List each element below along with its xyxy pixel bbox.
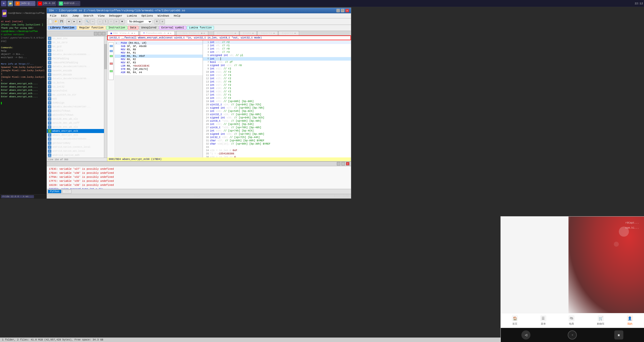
refresh-button[interactable]: ↺ [160,19,165,24]
maximize-button[interactable]: □ [341,9,344,12]
list-item[interactable]: fdatadiv_decode74391220705... [47,77,104,81]
code-row-selected[interactable]: AND R8, R1, #0xF [115,55,203,58]
tab-pseudo-close[interactable]: ✕ [170,32,171,35]
frida-badge[interactable]: Frida 12.8.0 - A wo... [1,195,34,198]
menu-help[interactable]: Help [172,14,182,18]
step-out-button[interactable]: ↑ [109,19,114,24]
type-external[interactable]: External symbol [159,26,186,30]
android-taskbar-item[interactable]: A Android... [57,1,80,6]
tab-pseudo-settings[interactable]: ⚙ [168,32,169,35]
search-button[interactable]: 🔍 [85,19,90,24]
open-button[interactable]: 📂 [53,19,58,24]
output-content[interactable]: 17E3C: variable 'v27' is possibly undefi… [47,166,351,189]
new-button[interactable]: 📄 [48,19,53,24]
list-item-selected[interactable]: fwbaes_encrypt_ecb [47,129,104,133]
file-manager-icon[interactable]: 📁 [8,1,13,6]
code-row[interactable]: LDR R0, =0xA3C33E4C [115,64,203,68]
panel-maximize-btn[interactable]: □ [98,32,101,35]
nav-cart[interactable]: 🛒 购物车 [597,315,604,326]
panel-minimize-btn[interactable]: _ [94,32,97,35]
list-item[interactable]: fdatadiv_decode11914690886... [47,53,104,57]
list-item[interactable]: fdatadiv_decode17451907287... [47,105,104,109]
hex-button[interactable]: H [154,19,159,24]
start-icon[interactable]: ⊞ [1,1,7,6]
list-item[interactable]: fwbaes_decrypt_ecb [47,133,104,137]
step-into-button[interactable]: ↓ [97,19,102,24]
ida-code-scroll[interactable]: ▸PUSH {R4-R11, LR} SUB SP, SP, #0x88 MOV… [115,40,203,157]
idc-tab[interactable]: IDC [62,190,71,193]
tab-hex-view[interactable]: ⬡ Hex View-1 ⚙ ✕ [176,31,208,35]
save-button[interactable]: 💾 [59,19,64,24]
output-expand-btn[interactable]: □ [341,162,345,165]
tab-imports[interactable]: Imports ✕ [257,31,278,35]
close-button[interactable]: ✕ [345,9,349,12]
tab-ida-close[interactable]: ✕ [134,32,135,35]
step-over-button[interactable]: ⤵ [103,19,108,24]
list-item[interactable]: fandroid_native_md5 [47,153,104,157]
tab-ida-settings[interactable]: ⚙ [131,32,133,35]
list-item[interactable]: faes128_enc_wb_xlc [47,117,104,121]
nav-home[interactable]: 🏠 首页 [512,315,518,326]
list-item[interactable]: fto_bytes [47,81,104,85]
list-item[interactable]: fbase64_decode [47,73,104,77]
tab-imports-close[interactable]: ✕ [273,32,275,35]
type-library[interactable]: Library function [48,26,77,30]
forward-button[interactable]: ▶ [72,19,77,24]
list-item[interactable]: fandroid_native_connect_local [47,145,104,149]
go-button[interactable]: → [90,19,95,24]
nav-profile[interactable]: 👤 我的 [627,315,633,326]
type-unexplored[interactable]: Unexplored [139,26,159,30]
code-row[interactable]: ▸PUSH {R4-R11, LR} [115,41,203,45]
tab-enums-close[interactable]: ✕ [252,32,254,35]
list-item[interactable]: faes128_enc_wb_xlc [47,125,104,129]
nav-ecommerce[interactable]: 🛍 电商 [568,315,575,326]
function-list[interactable]: fbn_mod_inv fbn_io_zero fbn_gcd fbn_bits… [47,36,104,158]
list-item[interactable]: fwbInvShiftRows [47,113,104,117]
list-item[interactable]: fandroid_native_aes_local [47,149,104,153]
jadx-taskbar-item[interactable]: J jadx-g... [14,1,35,6]
code-row[interactable]: MOV R6, R2 [115,58,203,61]
list-item[interactable]: fbn_mod_inv [47,36,104,40]
list-item[interactable]: fbytesToInt [47,89,104,93]
jdk-taskbar-item[interactable]: ☕ jdk-4.16 [37,1,56,6]
type-data[interactable]: Data [128,26,138,30]
stop-button[interactable]: ■ [120,19,125,24]
nav-menu[interactable]: ☰ 菜单 [540,315,546,326]
list-item[interactable]: fdatadiv_decode43547980404... [47,137,104,141]
list-item[interactable]: faes128_dec_wb_coff [47,121,104,125]
output-minimize-btn[interactable]: _ [337,162,340,165]
menu-view[interactable]: View [96,14,106,18]
list-item[interactable]: fbase64_encode [47,69,104,73]
back-button[interactable]: ◀ [66,19,71,24]
phone-home-btn[interactable]: ○ [568,330,577,339]
list-item[interactable]: fmd5 [47,97,104,101]
list-item[interactable]: fbn_bits [47,49,104,53]
tab-exports[interactable]: Exports ✕ [278,31,299,35]
code-row[interactable]: ASR R0, R4, #4 [115,71,203,74]
menu-options[interactable]: Options [139,14,155,18]
python-tab[interactable]: Python [48,190,61,193]
phone-recents-btn[interactable]: ▣ [614,330,623,339]
ida-code-container[interactable]: ◻ ◻ ◻ ◻ ◻ ▸PUSH {R4-R11, [107,40,203,157]
menu-lumina[interactable]: Lumina [125,14,139,18]
terminal-area[interactable]: at eval (native) [Pixel::com.lucky.lucky… [0,19,47,194]
tab-enums[interactable]: Enums ✕ [240,31,257,35]
code-row[interactable]: MOV R4, R1 [115,51,203,55]
functions-scrollbar[interactable] [104,36,107,158]
list-item[interactable]: fbn_io_zero [47,40,104,45]
menu-jump[interactable]: Jump [70,14,81,18]
tab-hex-close[interactable]: ✕ [203,32,205,35]
list-item[interactable]: fme_uint64_to_str [47,93,104,97]
tab-pseudocode[interactable]: ≡ Pseudocode-A ⚙ ✕ [140,31,174,35]
code-row[interactable]: STR R0, [SP,#0x74] [115,68,203,71]
tab-structures[interactable]: Structures ✕ [214,31,239,35]
code-row[interactable]: MOV R7, R3 [115,61,203,64]
output-close-btn[interactable]: ✕ [346,162,349,165]
list-item[interactable]: fwb8ShiftRows [47,109,104,113]
tab-exports-close[interactable]: ✕ [294,32,296,35]
up-button[interactable]: ▲ [77,19,82,24]
type-instruction[interactable]: Instruction [106,26,127,30]
code-row[interactable]: SUB SP, SP, #0x88 [115,45,203,48]
tab-struct-close[interactable]: ✕ [235,32,236,35]
file-icon[interactable]: 📁 [2,10,7,17]
